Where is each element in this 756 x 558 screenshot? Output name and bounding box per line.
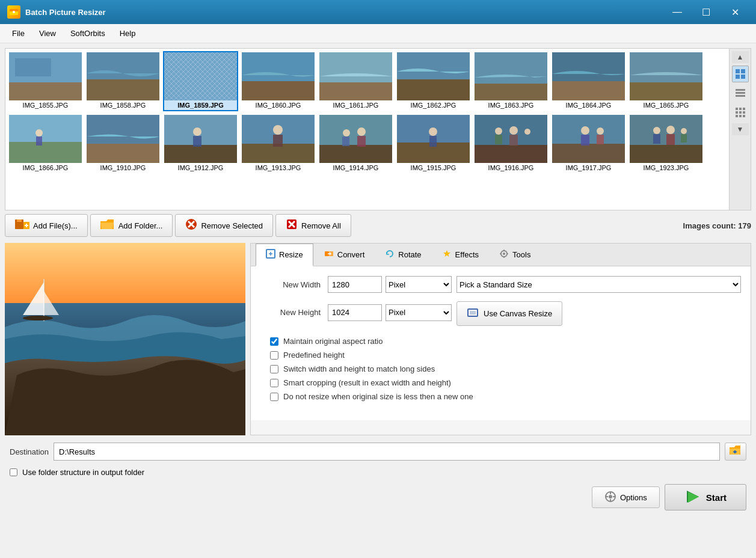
tab-effects[interactable]: Effects (432, 244, 489, 266)
thumbnail-view-button[interactable] (732, 66, 749, 82)
list-item[interactable]: IMG_1917.JPG (551, 114, 626, 174)
tab-tools[interactable]: Tools (490, 244, 540, 266)
svg-point-38 (343, 129, 350, 136)
svg-rect-73 (736, 95, 745, 97)
destination-input[interactable] (54, 443, 720, 461)
tools-tab-icon (499, 249, 509, 260)
add-files-button[interactable]: Add File(s)... (5, 214, 88, 237)
list-item[interactable]: IMG_1916.JPG (473, 114, 549, 174)
svg-rect-67 (736, 69, 740, 73)
new-height-label: New Height (260, 308, 321, 317)
list-item[interactable]: IMG_1858.JPG (85, 51, 161, 111)
svg-rect-45 (429, 136, 437, 147)
list-item[interactable]: IMG_1865.JPG (628, 51, 704, 111)
switch-sides-checkbox[interactable] (270, 365, 278, 373)
list-item[interactable]: IMG_1866.JPG (8, 114, 83, 174)
svg-rect-19 (552, 81, 625, 100)
smart-crop-label: Smart cropping (result in exact width an… (283, 378, 451, 387)
add-folder-button[interactable]: Add Folder... (90, 214, 173, 237)
list-item[interactable]: IMG_1915.JPG (396, 114, 471, 174)
preview-area (5, 243, 245, 435)
svg-point-40 (357, 127, 366, 136)
list-item[interactable]: IMG_1914.JPG (318, 114, 393, 174)
browse-button[interactable] (725, 443, 746, 461)
svg-point-97 (23, 316, 53, 320)
svg-point-114 (609, 495, 612, 498)
new-height-input[interactable] (328, 304, 382, 321)
svg-rect-7 (87, 79, 159, 100)
list-item[interactable]: IMG_1859.JPG (163, 51, 238, 111)
svg-point-34 (273, 125, 283, 135)
height-row: New Height Pixel Percent Inch Centimeter… (260, 299, 741, 326)
svg-rect-15 (397, 79, 470, 100)
remove-selected-icon (185, 218, 197, 233)
predefined-height-checkbox[interactable] (270, 351, 278, 360)
use-folder-structure-checkbox[interactable] (10, 468, 17, 476)
menu-help[interactable]: Help (112, 26, 143, 40)
svg-point-55 (581, 126, 589, 135)
standard-size-select[interactable]: Pick a Standard Size 800x600 1024x768 12… (456, 276, 741, 293)
svg-point-63 (666, 126, 675, 134)
list-item[interactable]: IMG_1860.JPG (241, 51, 316, 111)
canvas-resize-label: Use Canvas Resize (484, 309, 552, 318)
menu-file[interactable]: File (5, 26, 32, 40)
svg-rect-4 (9, 82, 82, 100)
smart-crop-checkbox[interactable] (270, 379, 278, 387)
remove-all-button[interactable]: Remove All (275, 214, 351, 237)
svg-rect-10 (242, 52, 315, 81)
menu-view[interactable]: View (32, 26, 63, 40)
svg-rect-70 (741, 75, 745, 79)
window-controls: — ☐ ✕ (663, 3, 749, 21)
start-icon (684, 488, 701, 507)
gallery-scroll[interactable]: IMG_1855.JPG IMG_1858.JPG IMG_1859.JPG I… (5, 49, 729, 210)
options-button[interactable]: Options (592, 486, 660, 508)
list-item[interactable]: IMG_1923.JPG (628, 114, 704, 174)
menu-softorbits[interactable]: SoftOrbits (63, 26, 112, 40)
svg-rect-64 (666, 134, 675, 145)
resize-tab-content: New Width Pixel Percent Inch Centimeter … (251, 266, 751, 420)
tab-convert[interactable]: Convert (315, 244, 375, 266)
list-item[interactable]: IMG_1855.JPG (8, 51, 83, 111)
svg-rect-31 (193, 136, 201, 147)
canvas-resize-button[interactable]: Use Canvas Resize (456, 301, 562, 326)
svg-rect-78 (739, 111, 742, 114)
scroll-up-button[interactable]: ▲ (732, 51, 749, 63)
no-resize-label: Do not resize when original size is less… (283, 392, 473, 401)
svg-point-24 (35, 129, 43, 136)
convert-tab-icon (324, 249, 334, 260)
list-item[interactable]: IMG_1910.JPG (85, 114, 161, 174)
svg-rect-9 (164, 52, 237, 100)
list-item[interactable]: IMG_1912.JPG (163, 114, 238, 174)
height-unit-select[interactable]: Pixel Percent Inch Centimeter (386, 304, 452, 321)
width-unit-select[interactable]: Pixel Percent Inch Centimeter (386, 276, 452, 293)
svg-rect-14 (397, 52, 470, 79)
maintain-aspect-checkbox[interactable] (270, 337, 278, 346)
tab-rotate[interactable]: Rotate (375, 244, 431, 266)
list-view-button[interactable] (732, 85, 749, 102)
close-button[interactable]: ✕ (721, 3, 749, 21)
start-button[interactable]: Start (665, 484, 746, 510)
svg-rect-74 (736, 108, 738, 110)
remove-selected-button[interactable]: Remove Selected (175, 214, 273, 237)
rotate-tab-icon (385, 249, 395, 260)
scroll-down-button[interactable]: ▼ (732, 123, 749, 135)
svg-rect-56 (581, 135, 589, 146)
svg-marker-120 (688, 492, 699, 503)
list-item[interactable]: IMG_1864.JPG (551, 51, 626, 111)
list-item[interactable]: IMG_1862.JPG (396, 51, 471, 111)
options-label: Options (620, 493, 647, 502)
minimize-button[interactable]: — (663, 3, 691, 21)
no-resize-checkbox[interactable] (270, 393, 278, 401)
maximize-button[interactable]: ☐ (692, 3, 720, 21)
list-item[interactable]: IMG_1863.JPG (473, 51, 549, 111)
resize-tab-icon (266, 249, 275, 260)
new-width-input[interactable] (328, 276, 382, 293)
tab-resize-label: Resize (279, 250, 303, 259)
list-item[interactable]: IMG_1861.JPG (318, 51, 393, 111)
tab-rotate-label: Rotate (398, 250, 421, 259)
tab-resize[interactable]: Resize (256, 244, 313, 266)
gallery-container: IMG_1855.JPG IMG_1858.JPG IMG_1859.JPG I… (5, 48, 751, 210)
grid-view-button[interactable] (732, 104, 749, 121)
list-item[interactable]: IMG_1913.JPG (241, 114, 316, 174)
svg-point-61 (653, 127, 660, 134)
